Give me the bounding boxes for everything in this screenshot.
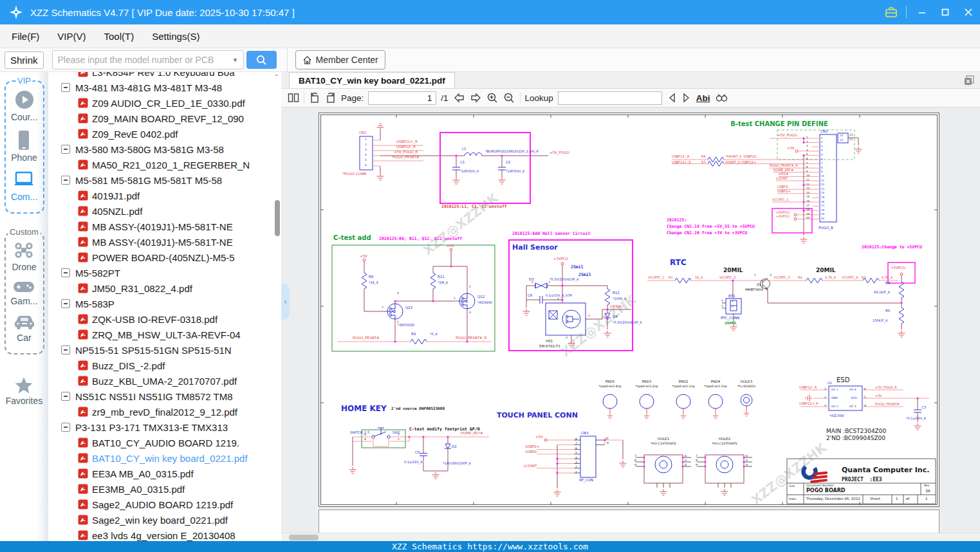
- maximize-button[interactable]: [934, 0, 957, 24]
- tree-folder[interactable]: M5-581 M5-581G M5-581T M5-58: [48, 172, 281, 188]
- lookup-input[interactable]: [558, 91, 662, 105]
- collapse-folder-icon[interactable]: [61, 176, 70, 185]
- tree-file[interactable]: L3-K854P Rev 1.0 Keyboard Boa: [48, 72, 281, 80]
- find-previous-icon[interactable]: [667, 92, 677, 104]
- tree-file[interactable]: MB ASSY-(4019J1)-M5-581T-NE: [48, 219, 281, 234]
- menu-vip[interactable]: VIP(V): [57, 31, 86, 42]
- schematic-page[interactable]: CN1*POGO CONNUSBP12+_RUSBP12-_R+5V_POGO_…: [319, 113, 939, 507]
- match-case-toggle[interactable]: Abi: [696, 93, 710, 103]
- tree-folder[interactable]: NP515-51 SP515-51GN SP515-51N: [48, 342, 281, 358]
- pdf-icon: [78, 530, 88, 540]
- tree-item-label: M5-583P: [75, 299, 115, 309]
- tree-file[interactable]: 4019J1.pdf: [48, 188, 281, 203]
- menu-settings[interactable]: Settings(S): [152, 31, 199, 42]
- shrink-button[interactable]: Shrink: [5, 51, 44, 69]
- zoom-out-icon[interactable]: [503, 92, 515, 104]
- tree-folder[interactable]: M3-481 M3-481G M3-481T M3-48: [48, 80, 281, 95]
- title-bar: XZZ Schematics V4.77 [ VIP Due date: 202…: [0, 0, 980, 24]
- tree-file[interactable]: Buzz_KBL_UMA-2_20170707.pdf: [48, 373, 281, 389]
- page-number-input[interactable]: [368, 91, 436, 105]
- tree-file[interactable]: MA50_R21_0120_1_REGERBER_N: [48, 157, 281, 172]
- rail-item-car[interactable]: Car: [14, 314, 35, 343]
- briefcase-icon[interactable]: [880, 6, 902, 18]
- tree-folder[interactable]: NS51C NS51I NS51IG TM8572 TM8: [48, 389, 281, 404]
- schematic-page-2[interactable]: [319, 510, 939, 533]
- tree-file[interactable]: EE3MB_A0_0315.pdf: [48, 481, 281, 497]
- model-search-input[interactable]: [53, 55, 228, 65]
- tree-file[interactable]: Z09_RevE 0402.pdf: [48, 126, 281, 142]
- pdf-icon: [78, 283, 88, 293]
- rail-item-game[interactable]: Gam...: [10, 280, 37, 306]
- menu-bar: File(F) VIP(V) Tool(T) Settings(S): [0, 24, 980, 48]
- document-area[interactable]: CN1*POGO CONNUSBP12+_RUSBP12-_R+5V_POGO_…: [281, 107, 980, 533]
- minimize-button[interactable]: [911, 0, 934, 24]
- tree-file[interactable]: JM50_R31_0822_4.pdf: [48, 281, 281, 296]
- close-button[interactable]: [957, 0, 980, 24]
- close-document-icon[interactable]: [963, 75, 975, 86]
- tree-file[interactable]: BAT10_CY_AUDIO BOARD 1219.: [48, 435, 281, 450]
- tree-item-label: Buzz_KBL_UMA-2_20170707.pdf: [92, 376, 237, 387]
- tree-file[interactable]: Buzz_DIS_-2.pdf: [48, 358, 281, 373]
- rail-item-drone[interactable]: Drone: [12, 241, 36, 272]
- tree-file[interactable]: BAT10_CY_win key board_0221.pdf: [48, 450, 281, 466]
- horizontal-scrollbar-thumb[interactable]: [289, 535, 319, 540]
- zoom-in-icon[interactable]: [486, 92, 499, 104]
- tree-file[interactable]: MB ASSY-(4019J1)-M5-581T-NE: [48, 234, 281, 250]
- scroll-up-icon[interactable]: ⌃: [274, 73, 279, 80]
- document-tab[interactable]: BAT10_CY_win key board_0221.pdf: [289, 72, 455, 88]
- previous-page-icon[interactable]: [453, 92, 465, 104]
- tree-folder[interactable]: M5-583P: [48, 296, 281, 311]
- tree-file[interactable]: Sage2_win key board_0221.pdf: [48, 512, 281, 528]
- tree-file[interactable]: ZRQ_MB_HSW_ULT-3A-REVF-04: [48, 327, 281, 342]
- tree-item-label: Sage2_win key board_0221.pdf: [92, 515, 228, 526]
- tree-folder[interactable]: P3-131 P3-171 TMX313-E TMX313: [48, 419, 281, 435]
- find-next-icon[interactable]: [681, 92, 692, 104]
- pdf-icon: [78, 98, 88, 108]
- pdf-icon: [78, 252, 88, 262]
- pdf-icon: [78, 113, 88, 124]
- tree-item-label: Z09_RevE 0402.pdf: [92, 129, 178, 140]
- tree-file[interactable]: ZQK-USB IO-REVF-0318.pdf: [48, 311, 281, 327]
- tree-item-label: ZRQ_MB_HSW_ULT-3A-REVF-04: [92, 329, 241, 340]
- collapse-folder-icon[interactable]: [61, 423, 70, 432]
- search-all-icon[interactable]: [715, 92, 728, 104]
- model-search-combo: ▾: [52, 50, 244, 69]
- rotate-right-icon[interactable]: [325, 92, 337, 104]
- chevron-down-icon[interactable]: ▾: [228, 55, 243, 64]
- next-page-icon[interactable]: [470, 92, 482, 104]
- tree-file[interactable]: EE3A MB_A0_0315.pdf: [48, 466, 281, 481]
- tree-file[interactable]: zr9_mb_revD_final2012_9_12.pdf: [48, 404, 281, 419]
- tree-file[interactable]: Sage2_AUDIO BOARD 1219.pdf: [48, 497, 281, 512]
- collapse-folder-icon[interactable]: [61, 83, 70, 92]
- tree-file[interactable]: POWER BOARD-(405NZL)-M5-5: [48, 250, 281, 265]
- menu-tool[interactable]: Tool(T): [104, 31, 134, 42]
- tree-item-label: M3-580 M3-580G M3-581G M3-58: [75, 144, 224, 155]
- collapse-folder-icon[interactable]: [61, 299, 70, 308]
- pdf-icon: [78, 190, 88, 201]
- tree-item-label: M5-581 M5-581G M5-581T M5-58: [75, 175, 222, 186]
- search-button[interactable]: [246, 51, 277, 69]
- tree-scrollbar-thumb[interactable]: [275, 200, 280, 236]
- collapse-sidebar-handle[interactable]: ‹: [281, 284, 290, 320]
- vip-group-label: VIP: [15, 76, 33, 86]
- tree-file[interactable]: Z09_MAIN BOARD_REVF_12_090: [48, 111, 281, 126]
- rail-item-favorites[interactable]: Favorites: [6, 376, 43, 406]
- collapse-folder-icon[interactable]: [61, 392, 70, 401]
- collapse-folder-icon[interactable]: [61, 345, 70, 354]
- app-logo-icon: [8, 5, 24, 20]
- tree-item-label: EE3A MB_A0_0315.pdf: [92, 468, 194, 479]
- rail-item-computer[interactable]: Com...: [11, 170, 37, 202]
- two-page-view-icon[interactable]: [288, 93, 299, 103]
- menu-file[interactable]: File(F): [12, 31, 39, 42]
- rail-item-phone[interactable]: Phone: [11, 130, 37, 163]
- rail-item-course[interactable]: Cour...: [11, 89, 37, 122]
- rotate-left-icon[interactable]: [309, 92, 320, 104]
- tree-folder[interactable]: M3-580 M3-580G M3-581G M3-58: [48, 142, 281, 157]
- collapse-folder-icon[interactable]: [61, 268, 70, 277]
- tree-file[interactable]: Z09 AUDIO_CR_LED_1E_0330.pdf: [48, 95, 281, 111]
- member-center-button[interactable]: Member Center: [295, 50, 385, 69]
- horizontal-scrollbar[interactable]: [281, 533, 980, 542]
- collapse-folder-icon[interactable]: [61, 145, 70, 154]
- tree-file[interactable]: 405NZL.pdf: [48, 203, 281, 219]
- tree-folder[interactable]: M5-582PT: [48, 265, 281, 281]
